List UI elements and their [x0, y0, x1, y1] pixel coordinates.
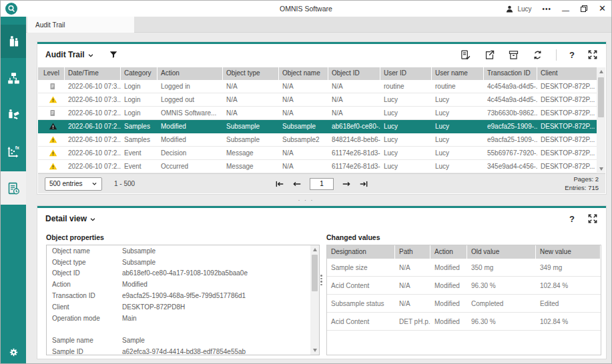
export-button[interactable] [484, 49, 495, 61]
expand-button[interactable] [587, 213, 598, 224]
scroll-thumb[interactable] [312, 255, 318, 291]
column-header-client[interactable]: Client [537, 67, 605, 80]
tab-audit-trail[interactable]: Audit Trail [27, 17, 134, 33]
column-header-old-value[interactable]: Old value [467, 245, 536, 259]
detail-splitter-handle[interactable] [320, 275, 322, 285]
table-cell: Login [121, 109, 158, 117]
help-button[interactable]: ? [569, 50, 575, 60]
detail-toolbar: ? [569, 213, 598, 224]
table-cell: N/A [223, 109, 279, 117]
property-row: Object nameSubsample [47, 245, 319, 257]
column-header-transaction-id[interactable]: Transaction ID [484, 67, 537, 80]
property-value: Sample [122, 337, 319, 344]
scroll-down-icon[interactable] [310, 346, 319, 355]
sidebar-item-sample-handling[interactable] [1, 98, 26, 131]
column-header-new-value[interactable]: New value [536, 245, 601, 259]
more-menu-icon[interactable]: ••• [543, 5, 552, 13]
column-header-user-id[interactable]: User ID [380, 67, 432, 80]
table-cell: DESKTOP-872P... [537, 136, 605, 143]
gear-icon [8, 347, 19, 358]
column-header-path[interactable]: Path [395, 245, 430, 259]
object-properties-scrollbar[interactable] [310, 245, 319, 355]
minimize-button[interactable]: — [562, 2, 569, 18]
table-row[interactable]: 2022-06-10 07:2...EventDecisionMessageN/… [38, 147, 605, 160]
detail-panel-title-dropdown[interactable]: Detail view [45, 214, 96, 223]
refresh-button[interactable] [532, 49, 543, 61]
sidebar-item-audit-trail[interactable] [1, 171, 26, 205]
table-cell: 2022-06-10 07:2... [65, 136, 121, 143]
page-size-value: 500 entries [49, 180, 82, 187]
table-row[interactable]: 2022-06-10 07:2...SamplesModifiedSubsamp… [38, 120, 605, 133]
page-number-input[interactable] [310, 178, 334, 190]
scroll-up-icon[interactable] [310, 245, 319, 254]
table-cell: N/A [328, 83, 380, 90]
changed-value-row[interactable]: Acid ContentN/AModified96.30 %102.84 % [327, 277, 601, 295]
column-header-date-time[interactable]: Date/Time [65, 67, 121, 80]
table-cell: Acid Content [327, 282, 395, 289]
table-cell: Modified [158, 123, 223, 130]
audit-panel-title-dropdown[interactable]: Audit Trail [45, 50, 94, 59]
audit-table-scrollbar[interactable] [597, 67, 605, 173]
info-icon [49, 109, 57, 117]
table-row[interactable]: 2022-06-10 07:2...SamplesModifiedSubsamp… [38, 133, 605, 147]
column-header-action[interactable]: Action [430, 245, 467, 259]
archive-button[interactable] [508, 49, 519, 61]
table-cell: 350 mg [467, 264, 536, 271]
column-header-object-name[interactable]: Object name [279, 67, 328, 80]
column-header-object-type[interactable]: Object type [223, 67, 279, 80]
property-row: Object IDab618ef0-ce80-4a17-9108-1092ba5… [47, 268, 319, 279]
table-cell: Sample size [327, 264, 395, 271]
property-label: Object name [52, 247, 122, 255]
changed-value-row[interactable]: Acid ContentDET pH.p...Modified96.30 %10… [327, 313, 601, 331]
table-cell: N/A [395, 282, 430, 289]
column-header-category[interactable]: Category [121, 67, 158, 80]
table-cell: N/A [328, 96, 380, 103]
report-button[interactable] [460, 49, 471, 61]
table-row[interactable]: 2022-06-10 07:2...EventOccurredMessageN/… [38, 160, 605, 173]
table-cell: N/A [279, 149, 328, 157]
settings-button[interactable] [1, 347, 26, 358]
table-cell: N/A [328, 109, 380, 117]
column-header-object-id[interactable]: Object ID [328, 67, 380, 80]
restore-button[interactable] [580, 5, 588, 13]
hierarchy-icon [7, 71, 21, 85]
sidebar-item-samples[interactable] [1, 25, 26, 58]
previous-page-button[interactable] [292, 180, 302, 188]
table-row[interactable]: 2022-06-10 07:2...LoginOMNIS Software...… [38, 107, 605, 120]
range-label: 1 - 500 [114, 180, 135, 187]
scroll-up-icon[interactable] [597, 67, 605, 76]
sidebar-item-analysis[interactable]: fx [1, 135, 26, 168]
table-cell: 4c454a9a-d4d5-... [484, 83, 537, 90]
next-page-button[interactable] [342, 180, 351, 188]
scroll-thumb[interactable] [598, 77, 604, 117]
help-button[interactable]: ? [569, 214, 575, 224]
table-row[interactable]: 2022-06-10 07:3...LoginLogged inN/AN/AN/… [38, 80, 605, 93]
property-row: Object typeSubsample [47, 257, 319, 268]
column-header-user-name[interactable]: User name [432, 67, 484, 80]
object-properties-rows: Object nameSubsampleObject typeSubsample… [47, 245, 319, 355]
page-size-select[interactable]: 500 entries [45, 177, 102, 191]
table-cell: Lucy [380, 136, 432, 143]
close-button[interactable]: ✕ [599, 1, 606, 17]
expand-button[interactable] [587, 49, 598, 60]
table-cell: 2022-06-10 07:2... [65, 149, 121, 157]
table-cell: Modified [430, 282, 467, 289]
column-header-level[interactable]: Level [38, 67, 65, 80]
table-row[interactable]: 2022-06-10 07:3...LoginLogged outN/AN/AN… [38, 93, 605, 107]
changed-value-row[interactable]: Subsample statusN/AModifiedCompletedEdit… [327, 295, 601, 313]
changed-values-table: DesignationPathActionOld valueNew value … [326, 245, 601, 355]
property-value: ab618ef0-ce80-4a17-9108-1092ba5baa0e [122, 269, 319, 277]
first-page-button[interactable] [275, 180, 284, 188]
user-menu[interactable]: Lucy [505, 5, 531, 13]
column-header-action[interactable]: Action [158, 67, 223, 80]
changed-value-row[interactable]: Sample sizeN/AModified350 mg349 mg [327, 259, 601, 277]
column-header-designation[interactable]: Designation [327, 245, 395, 259]
filter-button[interactable] [109, 50, 118, 59]
sidebar-item-structure[interactable] [1, 61, 26, 95]
last-page-button[interactable] [359, 180, 368, 188]
property-label: Client [52, 303, 122, 311]
table-cell: N/A [223, 83, 279, 90]
panel-resize-handle[interactable]: · · · [1, 197, 611, 203]
analysis-fx-icon: fx [7, 145, 21, 159]
scroll-down-icon[interactable] [597, 165, 605, 173]
